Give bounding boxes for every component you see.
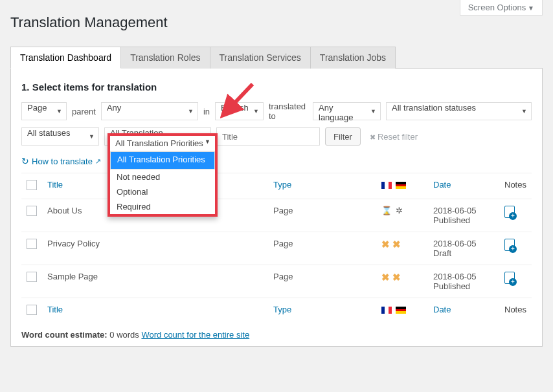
parent-select[interactable]: Any — [101, 102, 198, 120]
select-all-checkbox-footer[interactable] — [27, 305, 37, 315]
items-table: Title Type Date Notes About Us Page ⌛✲ 2… — [21, 173, 532, 323]
tabs: Translation Dashboard Translation Roles … — [10, 47, 543, 69]
page-title: Translation Management — [10, 14, 543, 31]
row-date: 2018-06-05 — [433, 239, 477, 248]
row-date: 2018-06-05 — [433, 272, 477, 281]
row-type: Page — [268, 199, 376, 232]
row-checkbox[interactable] — [27, 239, 37, 249]
missing-icon: ✖ — [381, 272, 390, 283]
col-type-footer[interactable]: Type — [268, 298, 376, 324]
statuses-select[interactable]: All statuses — [21, 127, 99, 146]
priorities-dropdown-open: All Translation Priorities All Translati… — [107, 133, 218, 217]
dashboard-panel: 1. Select items for translation Page par… — [10, 69, 543, 347]
source-lang-select[interactable]: English — [215, 102, 264, 120]
col-date-footer[interactable]: Date — [428, 298, 499, 324]
priority-option[interactable]: Not needed — [110, 169, 215, 184]
missing-icon: ✖ — [392, 272, 401, 283]
filter-button[interactable]: Filter — [325, 127, 361, 146]
translated-to-label: translated to — [269, 102, 308, 121]
german-flag-icon — [396, 182, 406, 189]
add-note-icon[interactable] — [504, 206, 515, 218]
row-state: Published — [433, 215, 470, 225]
row-title[interactable]: Privacy Policy — [42, 232, 268, 265]
row-state: Published — [433, 281, 470, 291]
tab-jobs[interactable]: Translation Jobs — [311, 47, 396, 69]
row-checkbox[interactable] — [27, 206, 37, 216]
col-date[interactable]: Date — [428, 173, 499, 199]
table-row: Sample Page Page ✖✖ 2018-06-05Published — [21, 265, 532, 298]
gear-icon: ✲ — [396, 206, 403, 215]
col-notes-footer: Notes — [499, 298, 532, 324]
target-lang-select[interactable]: Any language — [313, 102, 381, 120]
word-count-estimate: Word count estimate: 0 words Word count … — [21, 330, 532, 340]
priorities-dropdown-header[interactable]: All Translation Priorities — [110, 136, 215, 151]
french-flag-icon — [381, 182, 392, 189]
missing-icon: ✖ — [381, 239, 390, 250]
in-label: in — [203, 107, 210, 116]
row-state: Draft — [433, 248, 451, 258]
reset-filter-button[interactable]: Reset filter — [370, 132, 418, 142]
section-heading: 1. Select items for translation — [21, 82, 532, 93]
word-count-link[interactable]: Word count for the entire site — [141, 330, 249, 340]
col-flags — [376, 173, 428, 199]
row-date: 2018-06-05 — [433, 206, 477, 215]
add-note-icon[interactable] — [504, 272, 515, 284]
add-note-icon[interactable] — [504, 239, 515, 251]
screen-options-button[interactable]: Screen Options — [460, 0, 543, 16]
translation-status-select[interactable]: All translation statuses — [386, 102, 532, 120]
tab-dashboard[interactable]: Translation Dashboard — [10, 47, 121, 69]
col-title-footer[interactable]: Title — [42, 298, 268, 324]
row-title[interactable]: Sample Page — [42, 265, 268, 298]
priority-option[interactable]: Optional — [110, 184, 215, 199]
priority-option[interactable]: All Translation Priorities — [110, 151, 215, 169]
missing-icon: ✖ — [392, 239, 401, 250]
tab-roles[interactable]: Translation Roles — [121, 47, 210, 69]
hourglass-icon: ⌛ — [381, 206, 392, 215]
post-type-select[interactable]: Page — [21, 102, 67, 120]
parent-label: parent — [72, 107, 96, 116]
row-type: Page — [268, 265, 376, 298]
french-flag-icon — [381, 307, 392, 314]
table-row: About Us Page ⌛✲ 2018-06-05Published — [21, 199, 532, 232]
title-input[interactable] — [216, 127, 320, 146]
col-type[interactable]: Type — [268, 173, 376, 199]
tab-services[interactable]: Translation Services — [210, 47, 311, 69]
col-notes: Notes — [499, 173, 532, 199]
select-all-checkbox[interactable] — [27, 180, 37, 190]
table-row: Privacy Policy Page ✖✖ 2018-06-05Draft — [21, 232, 532, 265]
row-checkbox[interactable] — [27, 272, 37, 282]
row-type: Page — [268, 232, 376, 265]
how-to-translate-link[interactable]: How to translate — [21, 156, 101, 166]
priority-option[interactable]: Required — [110, 199, 215, 214]
german-flag-icon — [396, 307, 406, 314]
